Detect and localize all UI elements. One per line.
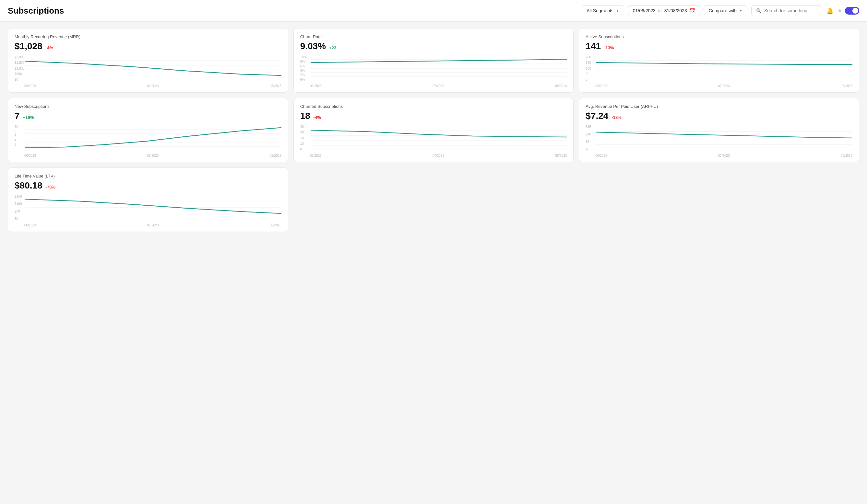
toggle-wrap	[845, 7, 859, 14]
churned-y-axis: 403020100	[300, 125, 305, 151]
ltv-x-axis: 06/202307/202308/2023	[24, 223, 281, 227]
card-churned-title: Churned Subscriptions	[300, 104, 567, 109]
card-active: Active Subscriptions 141 -13% 2001501005…	[579, 28, 859, 92]
card-arppu-value: $7.24	[586, 111, 608, 121]
bell-icon[interactable]: 🔔	[825, 6, 835, 15]
churn-chart-inner	[311, 55, 567, 81]
compare-dropdown[interactable]: Compare with ▼	[704, 5, 747, 16]
card-arppu-chart: $15$10$5$0 06/202307/202308/2023	[586, 125, 853, 157]
card-churn-value-row: 9.03% +23	[300, 41, 567, 52]
card-active-badge: -13%	[604, 45, 614, 50]
card-mrr-value: $1,028	[14, 41, 42, 52]
card-churn-chart: 10%8%6%4%2%0% 06/202307/202308/2023	[300, 55, 567, 88]
page-title: Subscriptions	[8, 6, 64, 16]
arppu-y-axis: $15$10$5$0	[586, 125, 592, 151]
card-new-subs-title: New Subscriptions	[14, 104, 281, 109]
card-new-subs-value: 7	[14, 111, 20, 121]
card-mrr: Monthly Recurring Revenue (MRR) $1,028 -…	[8, 28, 288, 92]
card-ltv: Life Time Value (LTV) $80.18 -70% $150$1…	[8, 167, 288, 232]
card-churned-badge: -4%	[313, 115, 321, 120]
toggle-switch[interactable]	[845, 7, 859, 14]
card-mrr-title: Monthly Recurring Revenue (MRR)	[14, 34, 281, 39]
date-to: 31/08/2023	[664, 8, 687, 13]
card-churn-value: 9.03%	[300, 41, 326, 52]
churn-y-axis: 10%8%6%4%2%0%	[300, 55, 308, 81]
card-mrr-badge: -4%	[46, 45, 53, 50]
card-arppu-title: Avg. Revenue Per Paid User (ARPPU)	[586, 104, 853, 109]
date-separator: to	[658, 8, 662, 13]
card-new-subs-value-row: 7 +16%	[14, 111, 281, 121]
cards-row-2: New Subscriptions 7 +16% 1086420	[8, 98, 859, 162]
churned-x-axis: 06/202307/202308/2023	[310, 154, 567, 157]
chevron-down-icon-2: ▼	[739, 9, 742, 13]
card-mrr-value-row: $1,028 -4%	[14, 41, 281, 52]
card-new-subs-chart: 1086420 06/202307/202308/2023	[14, 125, 281, 157]
cards-row-3: Life Time Value (LTV) $80.18 -70% $150$1…	[8, 167, 859, 232]
active-x-axis: 06/202307/202308/2023	[595, 84, 853, 88]
card-churned-value: 18	[300, 111, 310, 121]
card-churned: Churned Subscriptions 18 -4% 403020100	[293, 98, 574, 162]
date-range-picker[interactable]: 01/06/2023 to 31/08/2023 📅	[628, 5, 700, 16]
card-ltv-value-row: $80.18 -70%	[14, 180, 281, 191]
churn-x-axis: 06/202307/202308/2023	[310, 84, 567, 88]
ltv-chart-inner	[25, 195, 281, 221]
cards-row-1: Monthly Recurring Revenue (MRR) $1,028 -…	[8, 28, 859, 92]
card-arppu-value-row: $7.24 -18%	[586, 111, 853, 121]
card-mrr-chart: $2,000$1,500$1,000$500$0 06/202307/20230…	[14, 55, 281, 88]
new-subs-x-axis: 06/202307/202308/2023	[24, 154, 281, 157]
header: Subscriptions All Segments ▼ 01/06/2023 …	[0, 0, 867, 22]
card-churned-value-row: 18 -4%	[300, 111, 567, 121]
search-input[interactable]	[764, 8, 816, 13]
compare-label: Compare with	[709, 8, 737, 13]
arppu-chart-inner	[596, 125, 853, 151]
card-ltv-chart: $150$100$50$0 06/202307/202308/2023	[14, 195, 281, 227]
card-ltv-value: $80.18	[14, 180, 42, 191]
new-subs-y-axis: 1086420	[14, 125, 20, 151]
date-from: 01/06/2023	[633, 8, 656, 13]
dot-indicator	[838, 9, 841, 12]
churned-chart-inner	[311, 125, 567, 151]
arppu-x-axis: 06/202307/202308/2023	[595, 154, 853, 157]
new-subs-chart-inner	[25, 125, 281, 151]
calendar-icon: 📅	[690, 8, 695, 13]
segment-dropdown[interactable]: All Segments ▼	[582, 5, 624, 16]
card-arppu-badge: -18%	[611, 115, 621, 120]
mrr-y-axis: $2,000$1,500$1,000$500$0	[14, 55, 26, 81]
card-active-value-row: 141 -13%	[586, 41, 853, 52]
search-box: 🔍	[751, 5, 821, 16]
card-ltv-title: Life Time Value (LTV)	[14, 174, 281, 178]
card-churn: Churn Rate 9.03% +23 10%8%6%4%2%0%	[293, 28, 574, 92]
active-chart-inner	[596, 55, 853, 81]
card-ltv-badge: -70%	[46, 185, 55, 189]
card-active-title: Active Subscriptions	[586, 34, 853, 39]
card-churned-chart: 403020100 06/202307/202308/2023	[300, 125, 567, 157]
card-new-subs-badge: +16%	[23, 115, 34, 120]
active-y-axis: 200150100500	[586, 55, 592, 81]
card-churn-badge: +23	[329, 45, 336, 50]
segment-label: All Segments	[587, 8, 613, 13]
main-content: Monthly Recurring Revenue (MRR) $1,028 -…	[0, 22, 867, 238]
mrr-x-axis: 06/202307/202308/2023	[24, 84, 281, 88]
chevron-down-icon: ▼	[616, 9, 619, 13]
card-active-chart: 200150100500 06/202307/202308/2023	[586, 55, 853, 88]
mrr-chart-inner	[25, 55, 281, 81]
card-churn-title: Churn Rate	[300, 34, 567, 39]
card-arppu: Avg. Revenue Per Paid User (ARPPU) $7.24…	[579, 98, 859, 162]
header-controls: All Segments ▼ 01/06/2023 to 31/08/2023 …	[582, 5, 859, 16]
card-new-subs: New Subscriptions 7 +16% 1086420	[8, 98, 288, 162]
ltv-y-axis: $150$100$50$0	[14, 195, 23, 221]
card-active-value: 141	[586, 41, 601, 52]
search-icon: 🔍	[756, 8, 762, 13]
